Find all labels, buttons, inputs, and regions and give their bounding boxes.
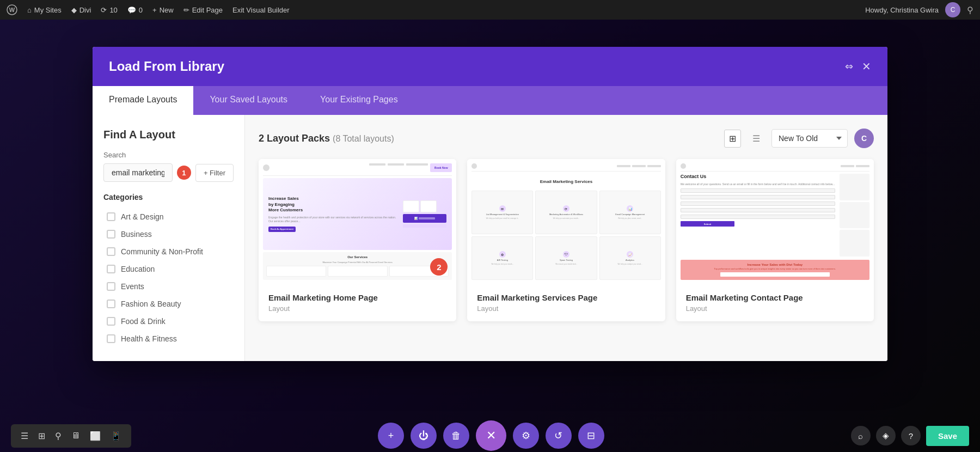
- search-input[interactable]: [103, 163, 173, 182]
- category-checkbox[interactable]: [107, 282, 115, 291]
- toolbar-left: ☰ ⊞ ⚲ 🖥 ⬜ 📱: [11, 424, 131, 448]
- toolbar-trash-button[interactable]: 🗑: [443, 423, 469, 449]
- category-fashion-beauty[interactable]: Fashion & Beauty: [103, 295, 234, 313]
- modal-tabs: Premade Layouts Your Saved Layouts Your …: [93, 86, 887, 115]
- tab-premade-layouts[interactable]: Premade Layouts: [93, 86, 193, 115]
- layout-card-home[interactable]: Book Now Increase Salesby EngagingMore C…: [259, 159, 456, 321]
- my-sites-icon: ⌂: [27, 6, 32, 14]
- services-preview-grid: ✉ List Management & Segmentation We help…: [471, 191, 660, 280]
- divi-menu[interactable]: ◆ Divi: [71, 6, 91, 14]
- toolbar-right: ⌕ ◈ ? Save: [851, 426, 969, 446]
- category-art-design[interactable]: Art & Design: [103, 208, 234, 225]
- service-icon-1: ✉: [499, 205, 506, 212]
- category-education[interactable]: Education: [103, 260, 234, 278]
- card-info-contact: Email Marketing Contact Page Layout: [676, 284, 874, 321]
- preview-mockup-services: Email Marketing Services ✉ List Manageme…: [467, 159, 665, 284]
- grid-view-button[interactable]: ⊞: [724, 130, 741, 148]
- resize-icon[interactable]: ⇔: [845, 60, 853, 72]
- category-checkbox[interactable]: [107, 247, 115, 256]
- layout-card-services[interactable]: Email Marketing Services ✉ List Manageme…: [467, 159, 665, 321]
- library-modal: Load From Library ⇔ ✕ Premade Layouts Yo…: [93, 47, 887, 361]
- toolbar-sliders-button[interactable]: ⊟: [578, 423, 604, 449]
- card-preview-contact: Contact Us We welcome all of your questi…: [676, 159, 874, 284]
- toolbar-settings-button[interactable]: ⚙: [513, 423, 539, 449]
- my-sites-menu[interactable]: ⌂ My Sites: [27, 6, 62, 14]
- category-food-drink[interactable]: Food & Drink: [103, 313, 234, 330]
- card-type-home: Layout: [268, 304, 446, 313]
- filter-button[interactable]: + Filter: [195, 164, 234, 182]
- toolbar-close-button[interactable]: ✕: [476, 420, 506, 451]
- category-community[interactable]: Community & Non-Profit: [103, 243, 234, 260]
- toolbar-add-button[interactable]: +: [378, 423, 404, 449]
- wordpress-icon: W: [7, 4, 17, 15]
- list-view-button[interactable]: ☰: [748, 130, 765, 148]
- toolbar-history-button[interactable]: ↺: [546, 423, 572, 449]
- toolbar-power-button[interactable]: ⏻: [411, 423, 437, 449]
- toolbar-monitor-icon[interactable]: 🖥: [69, 429, 82, 443]
- layout-card-contact[interactable]: Contact Us We welcome all of your questi…: [676, 159, 874, 321]
- service-icon-6: 📈: [627, 251, 633, 258]
- card-preview-home: Book Now Increase Salesby EngagingMore C…: [259, 159, 456, 284]
- edit-icon: ✏: [183, 6, 189, 14]
- category-checkbox[interactable]: [107, 317, 115, 326]
- services-preview-title: Email Marketing Services: [471, 179, 660, 184]
- toolbar-grid-icon[interactable]: ⊞: [36, 429, 47, 443]
- toolbar-help-icon[interactable]: ?: [901, 426, 921, 445]
- search-label: Search: [103, 151, 234, 159]
- edit-page-link[interactable]: ✏ Edit Page: [183, 6, 223, 14]
- toolbar-zoom-icon[interactable]: ⌕: [851, 426, 871, 445]
- card-type-contact: Layout: [686, 304, 864, 313]
- service-card-2: ⟳ Marketing Automation & Workflows We he…: [535, 191, 597, 234]
- search-row: 1 + Filter: [103, 163, 234, 182]
- category-health-fitness[interactable]: Health & Fitness: [103, 330, 234, 347]
- layout-controls: ⊞ ☰ New To Old Old To New A to Z Z to A …: [724, 129, 874, 148]
- category-checkbox[interactable]: [107, 230, 115, 239]
- sort-select[interactable]: New To Old Old To New A to Z Z to A: [771, 129, 848, 148]
- user-avatar[interactable]: C: [945, 2, 960, 17]
- modal-overlay: Load From Library ⇔ ✕ Premade Layouts Yo…: [0, 20, 980, 452]
- service-card-1: ✉ List Management & Segmentation We help…: [471, 191, 533, 234]
- new-menu[interactable]: + New: [152, 6, 174, 14]
- divi-icon: ◆: [71, 6, 77, 14]
- close-modal-icon[interactable]: ✕: [862, 60, 871, 73]
- bottom-toolbar: ☰ ⊞ ⚲ 🖥 ⬜ 📱 + ⏻ 🗑 ✕ ⚙ ↺ ⊟ ⌕ ◈ ? Save: [0, 419, 980, 452]
- category-business[interactable]: Business: [103, 225, 234, 243]
- toolbar-search-icon[interactable]: ⚲: [53, 429, 64, 443]
- service-icon-4: ⚙: [499, 251, 506, 258]
- exit-builder-link[interactable]: Exit Visual Builder: [232, 6, 290, 14]
- comments-menu[interactable]: 💬 0: [127, 6, 143, 14]
- category-checkbox[interactable]: [107, 212, 115, 221]
- user-avatar-filter[interactable]: C: [854, 129, 874, 148]
- toolbar-layers-icon[interactable]: ◈: [876, 426, 896, 445]
- category-checkbox[interactable]: [107, 334, 115, 343]
- card-name-home: Email Marketing Home Page: [268, 293, 446, 302]
- modal-header: Load From Library ⇔ ✕: [93, 47, 887, 86]
- toolbar-tablet-icon[interactable]: ⬜: [88, 429, 103, 443]
- modal-title: Load From Library: [109, 59, 224, 74]
- layout-header: 2 Layout Packs (8 Total layouts) ⊞ ☰ New…: [259, 129, 874, 148]
- search-count-badge: 1: [177, 166, 191, 180]
- toolbar-center: + ⏻ 🗑 ✕ ⚙ ↺ ⊟: [378, 420, 604, 451]
- updates-icon: ⟳: [101, 6, 107, 14]
- service-icon-3: 📊: [627, 205, 633, 212]
- card-name-contact: Email Marketing Contact Page: [686, 293, 864, 302]
- new-icon: +: [152, 6, 157, 14]
- category-checkbox[interactable]: [107, 265, 115, 273]
- sidebar: Find A Layout Search 1 + Filter Categori…: [93, 115, 245, 361]
- save-button[interactable]: Save: [926, 426, 969, 446]
- category-checkbox[interactable]: [107, 300, 115, 308]
- category-events[interactable]: Events: [103, 278, 234, 295]
- modal-header-actions: ⇔ ✕: [845, 60, 871, 73]
- search-icon-admin[interactable]: ⚲: [967, 5, 973, 15]
- toolbar-menu-icon[interactable]: ☰: [19, 429, 30, 443]
- preview-mockup-home: Book Now Increase Salesby EngagingMore C…: [259, 159, 456, 284]
- toolbar-mobile-icon[interactable]: 📱: [108, 429, 124, 443]
- sidebar-title: Find A Layout: [103, 129, 234, 141]
- tab-saved-layouts[interactable]: Your Saved Layouts: [193, 86, 304, 115]
- updates-menu[interactable]: ⟳ 10: [101, 6, 117, 14]
- comments-icon: 💬: [127, 6, 136, 14]
- service-card-4: ⚙ A/B Testing We help you test your emai…: [471, 236, 533, 280]
- layout-count: 2 Layout Packs (8 Total layouts): [259, 133, 394, 144]
- main-content: 2 Layout Packs (8 Total layouts) ⊞ ☰ New…: [245, 115, 887, 361]
- tab-existing-pages[interactable]: Your Existing Pages: [304, 86, 414, 115]
